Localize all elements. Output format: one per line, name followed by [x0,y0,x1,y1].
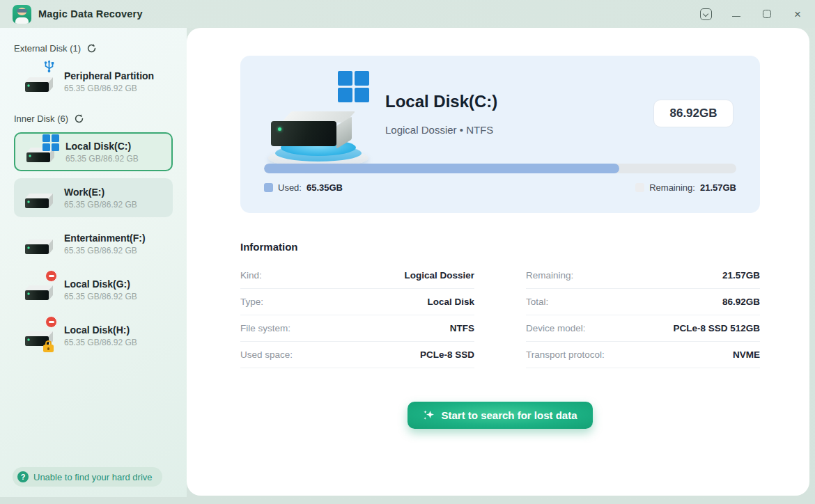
hard-drive-icon [22,69,56,94]
legend-used: Used: 65.35GB [264,182,343,193]
disk-name: Local Disk(H:) [64,324,137,336]
disk-name: Entertainment(F:) [64,233,146,244]
remaining-swatch-icon [635,183,644,192]
hard-drive-illustration [263,71,374,168]
titlebar: Magic Data Recovery × [0,0,815,28]
hard-drive-icon [22,185,56,210]
capacity-chip: 86.92GB [653,100,734,127]
disk-size: 65.35 GB/86.92 GB [64,200,137,210]
info-row-device-model: Device model: PCLe-8 SSD 512GB [526,315,760,342]
sidebar-item-local-disk-h[interactable]: Local Disk(H:) 65.35 GB/86.92 GB [14,316,173,355]
external-disk-group-label: External Disk (1) [14,43,81,54]
disk-name: Local Disk(C:) [65,141,139,152]
hard-drive-icon [22,277,56,302]
disk-name: Local Disk(G:) [64,278,137,290]
legend-remaining: Remaining: 21.57GB [635,182,736,193]
hard-drive-icon [22,231,56,256]
close-icon: × [794,8,801,20]
app-logo-icon [13,5,31,24]
hard-drive-icon [22,323,56,348]
inner-disk-group-label: Inner Disk (6) [14,113,68,124]
disk-summary-card: Local Disk(C:) Logical Dossier • NTFS 86… [240,56,760,213]
used-swatch-icon [264,183,273,192]
disk-name: Peripheral Partition [64,70,154,81]
help-badge[interactable]: ? Unable to find your hard drive [13,467,162,487]
sparkle-icon [423,409,435,421]
maximize-icon [763,10,771,18]
hard-drive-icon [24,139,57,164]
sidebar-item-peripheral-partition[interactable]: Peripheral Partition 65.35 GB/86.92 GB [14,62,173,101]
blocked-icon [45,316,57,328]
usage-progress-fill [264,164,619,173]
window-menu-button[interactable] [699,8,712,20]
disk-size: 65.35 GB/86.92 GB [64,292,137,301]
main-panel: Local Disk(C:) Logical Dossier • NTFS 86… [187,28,809,496]
used-label: Used: [278,182,302,193]
windows-logo-icon [338,71,370,103]
usb-icon [44,60,54,75]
disk-size: 65.35 GB/86.92 GB [64,84,154,93]
disk-size: 65.35 GB/86.92 GB [64,338,137,347]
info-row-used-space: Used space: PCLe-8 SSD [240,342,474,368]
disk-title: Local Disk(C:) [385,92,497,111]
sidebar-item-work-e[interactable]: Work(E:) 65.35 GB/86.92 GB [14,178,173,217]
minimize-icon [732,16,740,17]
blocked-icon [45,270,57,282]
sidebar-item-entertainment-f[interactable]: Entertainment(F:) 65.35 GB/86.92 GB [14,224,173,263]
disk-subtitle: Logical Dossier • NTFS [385,124,493,136]
sidebar-item-local-disk-g[interactable]: Local Disk(G:) 65.35 GB/86.92 GB [14,270,173,309]
information-table: Kind: Logical Dossier Remaining: 21.57GB… [240,262,760,368]
app-title: Magic Data Recovery [38,8,143,19]
windows-logo-icon [42,134,60,152]
lock-icon [43,340,54,352]
used-value: 65.35GB [306,182,343,193]
refresh-icon[interactable] [86,43,97,54]
info-row-type: Type: Local Disk [240,289,474,315]
start-search-label: Start to search for lost data [441,409,577,421]
info-row-kind: Kind: Logical Dossier [240,262,474,289]
disk-size: 65.35 GB/86.92 GB [65,154,139,164]
minimize-button[interactable] [730,8,743,20]
disk-name: Work(E:) [64,187,137,198]
info-row-total: Total: 86.92GB [526,289,760,315]
question-circle-icon: ? [17,471,29,482]
sidebar-item-local-disk-c[interactable]: Local Disk(C:) 65.35 GB/86.92 GB [14,132,173,171]
close-button[interactable]: × [791,8,804,20]
usage-progress-bar [264,164,736,173]
chevron-down-icon [700,8,712,20]
help-badge-label: Unable to find your hard drive [33,472,153,482]
info-row-transport-protocol: Transport protocol: NVME [526,342,760,368]
remaining-label: Remaining: [649,182,695,193]
sidebar: External Disk (1) [0,28,187,497]
refresh-icon[interactable] [74,113,84,124]
info-row-remaining: Remaining: 21.57GB [526,262,760,289]
disk-size: 65.35 GB/86.92 GB [64,246,146,255]
maximize-button[interactable] [761,8,773,20]
start-search-button[interactable]: Start to search for lost data [408,402,592,429]
info-row-file-system: File system: NTFS [240,315,474,342]
remaining-value: 21.57GB [700,182,736,193]
information-heading: Information [240,241,760,253]
